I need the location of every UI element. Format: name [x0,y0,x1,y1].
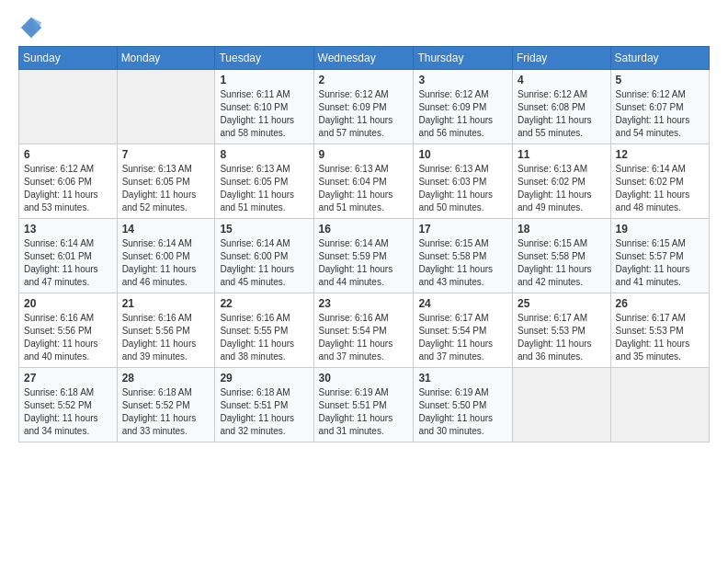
cell-info: Sunrise: 6:18 AMSunset: 5:52 PMDaylight:… [24,386,112,438]
page: SundayMondayTuesdayWednesdayThursdayFrid… [0,0,728,452]
calendar-cell: 26 Sunrise: 6:17 AMSunset: 5:53 PMDaylig… [610,293,709,368]
calendar-cell [117,70,215,144]
calendar-cell: 29 Sunrise: 6:18 AMSunset: 5:51 PMDaylig… [215,368,313,442]
day-number: 7 [122,148,210,161]
day-number: 30 [319,372,409,385]
calendar-cell: 27 Sunrise: 6:18 AMSunset: 5:52 PMDaylig… [19,368,118,442]
day-number: 3 [418,74,507,86]
cell-info: Sunrise: 6:17 AMSunset: 5:54 PMDaylight:… [418,312,507,363]
day-number: 19 [616,223,704,236]
cell-info: Sunrise: 6:17 AMSunset: 5:53 PMDaylight:… [616,312,704,363]
cell-info: Sunrise: 6:15 AMSunset: 5:58 PMDaylight:… [418,237,507,289]
cell-info: Sunrise: 6:13 AMSunset: 6:04 PMDaylight:… [319,163,409,214]
calendar-cell: 14 Sunrise: 6:14 AMSunset: 6:00 PMDaylig… [117,219,215,293]
cell-info: Sunrise: 6:13 AMSunset: 6:05 PMDaylight:… [122,163,210,214]
cell-info: Sunrise: 6:12 AMSunset: 6:07 PMDaylight:… [616,88,704,140]
cell-info: Sunrise: 6:16 AMSunset: 5:55 PMDaylight:… [220,312,308,363]
day-number: 1 [220,74,308,86]
calendar-cell: 10 Sunrise: 6:13 AMSunset: 6:03 PMDaylig… [414,144,513,219]
calendar-cell: 5 Sunrise: 6:12 AMSunset: 6:07 PMDayligh… [610,70,709,144]
cell-info: Sunrise: 6:17 AMSunset: 5:53 PMDaylight:… [518,312,606,363]
cell-info: Sunrise: 6:12 AMSunset: 6:09 PMDaylight:… [319,88,409,140]
cell-info: Sunrise: 6:19 AMSunset: 5:51 PMDaylight:… [319,386,409,438]
weekday-header-monday: Monday [117,47,215,70]
calendar-cell: 9 Sunrise: 6:13 AMSunset: 6:04 PMDayligh… [313,144,414,219]
cell-info: Sunrise: 6:15 AMSunset: 5:58 PMDaylight:… [518,237,606,289]
cell-info: Sunrise: 6:14 AMSunset: 5:59 PMDaylight:… [319,237,409,289]
day-number: 28 [122,372,210,385]
calendar-cell: 16 Sunrise: 6:14 AMSunset: 5:59 PMDaylig… [313,219,414,293]
logo [18,15,48,40]
calendar-cell: 18 Sunrise: 6:15 AMSunset: 5:58 PMDaylig… [512,219,610,293]
cell-info: Sunrise: 6:13 AMSunset: 6:05 PMDaylight:… [220,163,308,214]
week-row-1: 1 Sunrise: 6:11 AMSunset: 6:10 PMDayligh… [19,70,710,144]
cell-info: Sunrise: 6:14 AMSunset: 6:00 PMDaylight:… [220,237,308,289]
day-number: 26 [616,297,704,310]
cell-info: Sunrise: 6:16 AMSunset: 5:54 PMDaylight:… [319,312,409,363]
day-number: 6 [24,148,112,161]
day-number: 20 [24,297,112,310]
calendar-cell: 17 Sunrise: 6:15 AMSunset: 5:58 PMDaylig… [414,219,513,293]
weekday-header-tuesday: Tuesday [215,47,313,70]
calendar-cell: 23 Sunrise: 6:16 AMSunset: 5:54 PMDaylig… [313,293,414,368]
day-number: 9 [319,148,409,161]
day-number: 29 [220,372,308,385]
day-number: 31 [418,372,507,385]
calendar-cell: 6 Sunrise: 6:12 AMSunset: 6:06 PMDayligh… [19,144,118,219]
calendar-cell: 2 Sunrise: 6:12 AMSunset: 6:09 PMDayligh… [313,70,414,144]
cell-info: Sunrise: 6:16 AMSunset: 5:56 PMDaylight:… [24,312,112,363]
day-number: 17 [418,223,507,236]
day-number: 14 [122,223,210,236]
calendar-cell: 28 Sunrise: 6:18 AMSunset: 5:52 PMDaylig… [117,368,215,442]
day-number: 15 [220,223,308,236]
day-number: 12 [616,148,704,161]
calendar-cell: 19 Sunrise: 6:15 AMSunset: 5:57 PMDaylig… [610,219,709,293]
cell-info: Sunrise: 6:13 AMSunset: 6:02 PMDaylight:… [518,163,606,214]
day-number: 11 [518,148,606,161]
day-number: 23 [319,297,409,310]
day-number: 24 [418,297,507,310]
calendar-cell [512,368,610,442]
cell-info: Sunrise: 6:11 AMSunset: 6:10 PMDaylight:… [220,88,308,140]
calendar-cell: 7 Sunrise: 6:13 AMSunset: 6:05 PMDayligh… [117,144,215,219]
cell-info: Sunrise: 6:18 AMSunset: 5:51 PMDaylight:… [220,386,308,438]
cell-info: Sunrise: 6:12 AMSunset: 6:09 PMDaylight:… [418,88,507,140]
day-number: 18 [518,223,606,236]
cell-info: Sunrise: 6:12 AMSunset: 6:08 PMDaylight:… [518,88,606,140]
day-number: 8 [220,148,308,161]
weekday-header-wednesday: Wednesday [313,47,414,70]
day-number: 22 [220,297,308,310]
weekday-header-saturday: Saturday [610,47,709,70]
cell-info: Sunrise: 6:18 AMSunset: 5:52 PMDaylight:… [122,386,210,438]
cell-info: Sunrise: 6:13 AMSunset: 6:03 PMDaylight:… [418,163,507,214]
cell-info: Sunrise: 6:14 AMSunset: 6:00 PMDaylight:… [122,237,210,289]
day-number: 10 [418,148,507,161]
calendar-cell: 20 Sunrise: 6:16 AMSunset: 5:56 PMDaylig… [19,293,118,368]
week-row-3: 13 Sunrise: 6:14 AMSunset: 6:01 PMDaylig… [19,219,710,293]
calendar-cell: 31 Sunrise: 6:19 AMSunset: 5:50 PMDaylig… [414,368,513,442]
cell-info: Sunrise: 6:19 AMSunset: 5:50 PMDaylight:… [418,386,507,438]
calendar-header: SundayMondayTuesdayWednesdayThursdayFrid… [19,47,710,70]
calendar-cell: 21 Sunrise: 6:16 AMSunset: 5:56 PMDaylig… [117,293,215,368]
cell-info: Sunrise: 6:14 AMSunset: 6:01 PMDaylight:… [24,237,112,289]
calendar-cell: 12 Sunrise: 6:14 AMSunset: 6:02 PMDaylig… [610,144,709,219]
week-row-2: 6 Sunrise: 6:12 AMSunset: 6:06 PMDayligh… [19,144,710,219]
calendar-cell: 30 Sunrise: 6:19 AMSunset: 5:51 PMDaylig… [313,368,414,442]
weekday-header-friday: Friday [512,47,610,70]
calendar-cell: 1 Sunrise: 6:11 AMSunset: 6:10 PMDayligh… [215,70,313,144]
calendar-body: 1 Sunrise: 6:11 AMSunset: 6:10 PMDayligh… [19,70,710,442]
week-row-5: 27 Sunrise: 6:18 AMSunset: 5:52 PMDaylig… [19,368,710,442]
calendar-cell: 24 Sunrise: 6:17 AMSunset: 5:54 PMDaylig… [414,293,513,368]
calendar-cell: 8 Sunrise: 6:13 AMSunset: 6:05 PMDayligh… [215,144,313,219]
weekday-row: SundayMondayTuesdayWednesdayThursdayFrid… [19,47,710,70]
weekday-header-thursday: Thursday [414,47,513,70]
cell-info: Sunrise: 6:12 AMSunset: 6:06 PMDaylight:… [24,163,112,214]
day-number: 13 [24,223,112,236]
day-number: 4 [518,74,606,86]
calendar-cell [19,70,118,144]
logo-icon [18,15,44,40]
day-number: 21 [122,297,210,310]
calendar-cell: 11 Sunrise: 6:13 AMSunset: 6:02 PMDaylig… [512,144,610,219]
day-number: 2 [319,74,409,86]
calendar-cell: 3 Sunrise: 6:12 AMSunset: 6:09 PMDayligh… [414,70,513,144]
